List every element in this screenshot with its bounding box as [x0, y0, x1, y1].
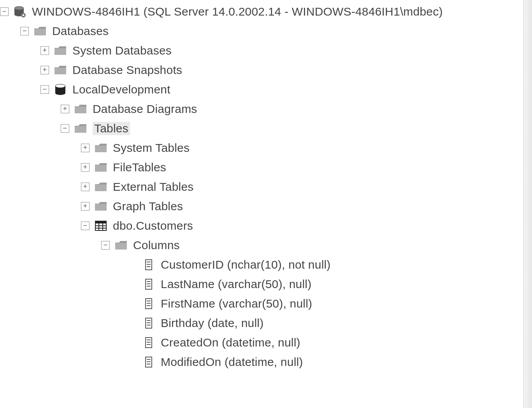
server-icon [13, 6, 26, 18]
tree-node-system-databases[interactable]: + System Databases [0, 41, 532, 60]
system-tables-label: System Tables [113, 141, 190, 155]
tree-node-external-tables[interactable]: + External Tables [0, 177, 532, 197]
tree-node-database-snapshots[interactable]: + Database Snapshots [0, 60, 532, 80]
folder-icon [94, 200, 107, 212]
graph-tables-label: Graph Tables [113, 200, 183, 213]
server-label: WINDOWS-4846IH1 (SQL Server 14.0.2002.14… [32, 5, 443, 18]
scrollbar[interactable] [523, 0, 532, 408]
tree-node-tables[interactable]: − Tables [0, 119, 532, 138]
column-icon [142, 259, 155, 271]
svg-point-12 [56, 84, 65, 88]
column-label: CustomerID (nchar(10), not null) [161, 258, 331, 271]
folder-icon [54, 45, 67, 56]
folder-icon [33, 25, 47, 37]
collapse-icon[interactable]: − [0, 7, 9, 16]
filetables-label: FileTables [113, 161, 166, 174]
expand-icon[interactable]: + [61, 105, 69, 113]
tree-node-column[interactable]: CreatedOn (datetime, null) [0, 333, 532, 352]
column-label: LastName (varchar(50), null) [161, 278, 311, 291]
expand-icon[interactable]: + [40, 46, 49, 55]
svg-point-11 [55, 91, 65, 95]
svg-rect-13 [75, 107, 86, 113]
databases-label: Databases [52, 25, 109, 38]
column-icon [142, 356, 155, 368]
collapse-icon[interactable]: − [20, 27, 29, 35]
expand-icon[interactable]: + [81, 144, 90, 152]
folder-icon [54, 64, 67, 76]
svg-rect-17 [95, 185, 107, 191]
collapse-icon[interactable]: − [40, 85, 49, 94]
folder-icon [94, 142, 107, 154]
tree-node-filetables[interactable]: + FileTables [0, 158, 532, 177]
column-label: CreatedOn (datetime, null) [161, 336, 300, 349]
svg-rect-18 [95, 204, 107, 211]
tree-node-server[interactable]: − WINDOWS-4846IH1 (SQL Server 14.0.2002.… [0, 2, 532, 21]
database-icon [54, 84, 67, 95]
collapse-icon[interactable]: − [81, 222, 90, 230]
tree-node-graph-tables[interactable]: + Graph Tables [0, 197, 532, 216]
database-diagrams-label: Database Diagrams [93, 102, 197, 116]
folder-icon [74, 103, 87, 115]
external-tables-label: External Tables [113, 180, 194, 193]
object-explorer-tree: − WINDOWS-4846IH1 (SQL Server 14.0.2002.… [0, 0, 532, 372]
column-icon [142, 278, 155, 290]
expand-icon[interactable]: + [40, 66, 49, 74]
svg-rect-20 [95, 221, 106, 223]
tables-label: Tables [93, 122, 130, 135]
expand-icon[interactable]: + [81, 163, 90, 172]
svg-rect-8 [54, 68, 66, 74]
expand-icon[interactable]: + [81, 183, 90, 191]
svg-rect-16 [95, 165, 107, 172]
column-label: FirstName (varchar(50), null) [161, 297, 312, 310]
collapse-icon[interactable]: − [61, 124, 69, 133]
columns-label: Columns [133, 239, 180, 252]
folder-icon [74, 123, 87, 134]
tree-node-system-tables[interactable]: + System Tables [0, 138, 532, 158]
localdevelopment-label: LocalDevelopment [72, 83, 170, 96]
database-snapshots-label: Database Snapshots [72, 63, 182, 77]
tree-node-columns[interactable]: − Columns [0, 236, 532, 255]
column-icon [142, 317, 155, 329]
tree-node-database-diagrams[interactable]: + Database Diagrams [0, 99, 532, 119]
collapse-icon[interactable]: − [101, 241, 110, 250]
expand-icon[interactable]: + [81, 202, 90, 211]
table-icon [94, 220, 107, 232]
tree-node-column[interactable]: Birthday (date, null) [0, 313, 532, 333]
folder-icon [114, 239, 128, 251]
column-label: Birthday (date, null) [161, 317, 263, 330]
svg-rect-14 [75, 126, 86, 133]
tree-node-column[interactable]: FirstName (varchar(50), null) [0, 294, 532, 313]
folder-icon [94, 181, 107, 193]
svg-rect-6 [34, 29, 46, 35]
tree-node-column[interactable]: LastName (varchar(50), null) [0, 274, 532, 294]
column-icon [142, 337, 155, 348]
folder-icon [94, 162, 107, 173]
column-label: ModifiedOn (datetime, null) [161, 355, 303, 369]
svg-rect-7 [54, 48, 66, 55]
svg-point-3 [15, 7, 23, 10]
svg-rect-25 [115, 243, 127, 250]
tree-node-column[interactable]: ModifiedOn (datetime, null) [0, 352, 532, 372]
tree-node-databases[interactable]: − Databases [0, 21, 532, 41]
tree-node-localdevelopment[interactable]: − LocalDevelopment [0, 80, 532, 99]
svg-rect-15 [95, 146, 107, 152]
system-databases-label: System Databases [72, 44, 172, 57]
tree-node-column[interactable]: CustomerID (nchar(10), not null) [0, 255, 532, 274]
customers-table-label: dbo.Customers [113, 219, 193, 232]
tree-node-table-customers[interactable]: − dbo.Customers [0, 216, 532, 236]
column-icon [142, 298, 155, 310]
